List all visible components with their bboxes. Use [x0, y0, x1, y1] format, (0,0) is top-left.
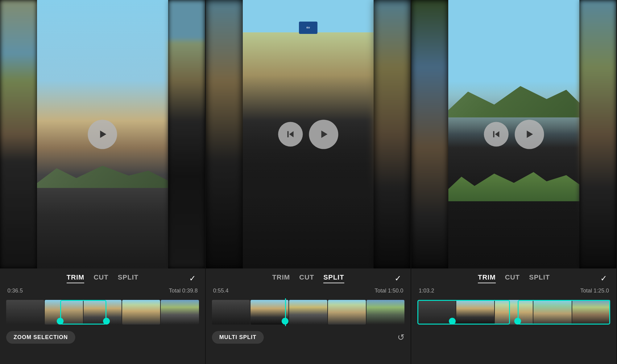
- trim-handle-right-3a[interactable]: [514, 318, 521, 325]
- tab-split-2[interactable]: SPLIT: [323, 273, 344, 283]
- skip-back-button-2[interactable]: [278, 122, 303, 147]
- split-handle-2[interactable]: [282, 318, 288, 325]
- controls-area-1: TRIM CUT SPLIT ✓ 0:36.5 Total 0:39.8: [0, 268, 205, 364]
- current-time-1: 0:36.5: [7, 288, 23, 294]
- timeline-strip-1[interactable]: [6, 298, 199, 326]
- tab-row-2: TRIM CUT SPLIT ✓: [212, 273, 405, 284]
- tab-cut-1[interactable]: CUT: [93, 273, 108, 283]
- tab-cut-2[interactable]: CUT: [299, 273, 314, 283]
- video-side-right-1: [168, 0, 205, 268]
- check-button-2[interactable]: ✓: [395, 274, 401, 283]
- tab-row-1: TRIM CUT SPLIT ✓: [6, 273, 199, 284]
- timeline-strip-2[interactable]: [212, 298, 405, 326]
- tab-trim-3[interactable]: TRIM: [478, 273, 496, 283]
- svg-marker-6: [527, 131, 533, 138]
- play-controls-3: [484, 120, 544, 149]
- total-time-2: Total 1:50.0: [375, 288, 403, 294]
- bottom-btn-row-1: ZOOM SELECTION: [6, 331, 199, 344]
- timeline-info-3: 1:03.2 Total 1:25.0: [417, 288, 610, 294]
- svg-marker-2: [289, 131, 294, 137]
- timeline-frame-3d: [533, 300, 571, 325]
- video-preview-2: EU: [206, 0, 411, 268]
- play-button-3[interactable]: [515, 120, 544, 149]
- timeline-frame-3e: [572, 300, 610, 325]
- video-side-left-1: [0, 0, 37, 268]
- timeline-frame-3c: [495, 300, 533, 325]
- timeline-frame-1e: [161, 300, 199, 325]
- timeline-strip-3[interactable]: [417, 298, 610, 326]
- timeline-frame-1c: [84, 300, 122, 325]
- panel-split: EU TRIM CUT SPLIT ✓: [206, 0, 412, 364]
- svg-marker-3: [321, 131, 327, 138]
- timeline-frame-2c: [289, 300, 327, 325]
- check-button-1[interactable]: ✓: [189, 274, 196, 283]
- total-time-3: Total 1:25.0: [580, 288, 609, 294]
- video-side-right-3: [579, 0, 616, 268]
- controls-area-2: TRIM CUT SPLIT ✓ 0:55.4 Total 1:50.0: [206, 268, 411, 364]
- reset-button-2[interactable]: ↺: [397, 332, 404, 342]
- timeline-frame-3b: [456, 300, 494, 325]
- play-controls-2: [278, 120, 338, 149]
- multi-split-button[interactable]: MULTI SPLIT: [212, 331, 264, 344]
- trim-handle-right-1[interactable]: [103, 318, 110, 325]
- tab-split-3[interactable]: SPLIT: [529, 273, 550, 283]
- tab-split-1[interactable]: SPLIT: [118, 273, 139, 283]
- zoom-selection-button[interactable]: ZOOM SELECTION: [6, 331, 75, 344]
- timeline-frame-1d: [122, 300, 160, 325]
- timeline-frame-2a: [212, 300, 250, 325]
- video-side-right-2: [374, 0, 411, 268]
- total-time-1: Total 0:39.8: [169, 288, 198, 294]
- svg-marker-0: [100, 131, 106, 138]
- current-time-2: 0:55.4: [213, 288, 229, 294]
- video-side-left-2: [206, 0, 243, 268]
- trim-handle-left-3a[interactable]: [449, 318, 456, 325]
- timeline-frame-1a: [6, 300, 44, 325]
- check-button-3[interactable]: ✓: [600, 274, 607, 283]
- tab-cut-3[interactable]: CUT: [505, 273, 520, 283]
- play-controls-1: [88, 120, 117, 149]
- panel-trim2: TRIM CUT SPLIT ✓ 1:03.2 Total 1:25.0: [411, 0, 617, 364]
- play-button-1[interactable]: [88, 120, 117, 149]
- panel-trim: TRIM CUT SPLIT ✓ 0:36.5 Total 0:39.8: [0, 0, 206, 364]
- play-button-2[interactable]: [309, 120, 338, 149]
- svg-rect-1: [288, 131, 289, 137]
- tab-trim-2[interactable]: TRIM: [272, 273, 290, 283]
- bottom-btn-row-2: MULTI SPLIT ↺: [212, 331, 405, 344]
- timeline-info-2: 0:55.4 Total 1:50.0: [212, 288, 405, 294]
- tab-row-3: TRIM CUT SPLIT ✓: [417, 273, 610, 284]
- tab-trim-1[interactable]: TRIM: [67, 273, 85, 283]
- video-preview-3: [411, 0, 616, 268]
- controls-area-3: TRIM CUT SPLIT ✓ 1:03.2 Total 1:25.0: [411, 268, 616, 364]
- svg-rect-4: [493, 131, 494, 137]
- trim-handle-left-1[interactable]: [57, 318, 64, 325]
- skip-back-button-3[interactable]: [484, 122, 508, 147]
- timeline-frame-2e: [366, 300, 404, 325]
- timeline-frame-2d: [328, 300, 366, 325]
- video-preview-1: [0, 0, 205, 268]
- timeline-frame-1b: [45, 300, 83, 325]
- video-side-left-3: [411, 0, 448, 268]
- svg-marker-5: [495, 131, 499, 137]
- current-time-3: 1:03.2: [419, 288, 434, 294]
- timeline-info-1: 0:36.5 Total 0:39.8: [6, 288, 199, 294]
